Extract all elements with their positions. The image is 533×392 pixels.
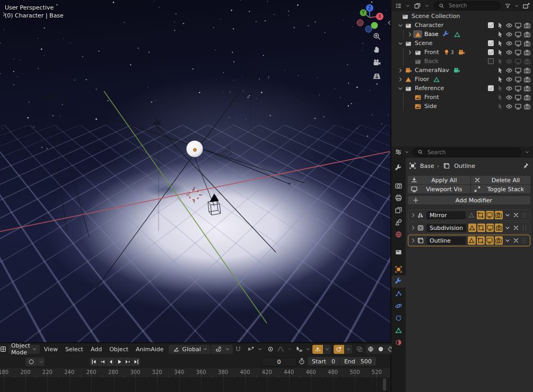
toggle-camera[interactable] (522, 94, 531, 101)
toggle-monitor[interactable] (513, 58, 522, 65)
collection-checkbox[interactable] (486, 40, 495, 46)
toggle-monitor[interactable] (513, 40, 522, 47)
pin-icon[interactable] (521, 162, 530, 171)
outliner-row-reference[interactable]: Reference (391, 84, 533, 93)
sphere-object[interactable] (187, 141, 203, 157)
toggle-select[interactable] (495, 85, 504, 92)
toggle-camera[interactable] (522, 22, 531, 29)
modifier-extras-dropdown[interactable] (504, 237, 511, 244)
frame-start-field[interactable]: Start 0 (308, 357, 339, 366)
gizmo-neg-x-axis[interactable] (357, 20, 363, 26)
menu-view[interactable]: View (40, 345, 62, 354)
toggle-on-cage[interactable] (477, 224, 485, 232)
expander-closed[interactable] (397, 76, 404, 83)
modifier-delete-button[interactable] (512, 224, 520, 231)
new-collection-icon[interactable] (521, 1, 531, 10)
menu-object[interactable]: Object (106, 345, 132, 354)
expander-closed[interactable] (406, 31, 413, 38)
navigation-gizmo[interactable]: Z Y X (353, 2, 387, 33)
toggle-eye[interactable] (504, 103, 513, 110)
toggle-edit-mode[interactable] (468, 224, 476, 232)
show-gizmo-toggle[interactable] (312, 345, 323, 354)
timeline-tracks[interactable] (0, 377, 390, 392)
toggle-eye[interactable] (504, 58, 513, 65)
mode-dropdown[interactable]: Object Mode (8, 345, 40, 354)
nav-camera-view-button[interactable] (372, 58, 381, 67)
toggle-select[interactable] (495, 49, 504, 56)
collection-checkbox[interactable] (486, 85, 495, 91)
outliner-editor-type-icon[interactable] (394, 1, 403, 10)
toolbar-expand-icon[interactable] (1, 11, 8, 18)
modifier-name-field[interactable]: Subdivision (426, 224, 466, 232)
properties-tab-physics[interactable] (391, 300, 406, 312)
gizmo-dropdown[interactable] (324, 345, 331, 354)
toggle-render[interactable] (495, 211, 503, 219)
toggle-camera[interactable] (522, 58, 531, 65)
properties-tab-render[interactable] (391, 180, 406, 192)
toggle-select[interactable] (495, 40, 504, 47)
toggle-monitor[interactable] (513, 76, 522, 83)
shading-wireframe-button[interactable] (366, 345, 376, 354)
toggle-camera[interactable] (522, 85, 531, 92)
outliner-row-front[interactable]: Front3 (391, 48, 533, 57)
toggle-render[interactable] (495, 224, 503, 232)
outliner-row-cameranav[interactable]: CameraNav (391, 66, 533, 75)
display-mode-icon[interactable] (413, 1, 422, 10)
toggle-edit-mode[interactable] (468, 211, 476, 219)
frame-end-field[interactable]: End 500 (340, 357, 376, 366)
properties-editor-type-icon[interactable] (394, 148, 403, 157)
snap-magnet-icon[interactable] (233, 345, 243, 354)
toggle-on-cage[interactable] (477, 236, 485, 245)
orientation-dropdown[interactable]: Global (169, 345, 211, 354)
drag-handle-icon[interactable] (521, 224, 528, 231)
modifier-row-subdivision[interactable]: Subdivision (408, 222, 530, 234)
toggle-select[interactable] (495, 58, 504, 65)
modifier-delete-button[interactable] (512, 237, 520, 244)
editor-type-icon[interactable] (0, 345, 8, 354)
snap-dropdown[interactable] (243, 345, 265, 354)
properties-tab-object[interactable] (391, 263, 406, 275)
next-keyframe-button[interactable] (124, 358, 132, 366)
toggle-camera[interactable] (522, 67, 531, 74)
toggle-camera[interactable] (522, 40, 531, 47)
properties-tab-constraints[interactable] (391, 312, 406, 324)
jump-end-button[interactable] (132, 358, 140, 366)
shading-solid-button[interactable] (376, 345, 386, 354)
expander-closed[interactable] (410, 224, 416, 231)
stopwatch-icon[interactable] (298, 357, 306, 366)
breadcrumb-modifier[interactable]: Outline (454, 163, 475, 170)
toggle-monitor[interactable] (513, 31, 522, 38)
modifier-extras-dropdown[interactable] (504, 211, 511, 219)
toggle-camera[interactable] (522, 49, 531, 56)
properties-search-input[interactable] (426, 149, 518, 156)
expander-open[interactable] (397, 85, 404, 92)
viewport-3d[interactable]: User Perspective (0) Character | Base Z … (0, 0, 390, 342)
gizmo-neg-z-axis[interactable] (365, 26, 372, 32)
toggle-edit-mode[interactable] (468, 236, 476, 245)
prev-keyframe-button[interactable] (98, 358, 106, 366)
collection-checkbox[interactable] (486, 58, 495, 64)
outliner-row-scene[interactable]: Scene (391, 39, 533, 48)
expander-open[interactable] (397, 22, 404, 29)
filter-icon[interactable] (504, 1, 512, 10)
outliner-search-input[interactable] (448, 2, 497, 9)
toggle-eye[interactable] (504, 85, 513, 92)
drag-handle-icon[interactable] (521, 211, 528, 219)
modifier-row-outline[interactable]: Outline (408, 235, 530, 246)
properties-tab-tool[interactable] (391, 162, 406, 174)
toggle-camera[interactable] (522, 76, 531, 83)
toggle-select[interactable] (495, 94, 504, 101)
breadcrumb-object[interactable]: Base (420, 163, 434, 170)
collection-checkbox[interactable] (486, 49, 495, 55)
expander-closed[interactable] (406, 49, 413, 56)
sidebar-collapse-icon[interactable] (386, 19, 390, 26)
outliner-row-front[interactable]: Front (391, 93, 533, 102)
toggle-viewport[interactable] (486, 211, 494, 219)
toggle-render[interactable] (495, 236, 503, 245)
properties-search[interactable] (413, 148, 521, 157)
drag-handle-icon[interactable] (521, 237, 528, 244)
toggle-eye[interactable] (504, 31, 513, 38)
toggle-eye[interactable] (504, 67, 513, 74)
toggle-select[interactable] (495, 22, 504, 29)
gizmo-neg-y-axis[interactable] (371, 22, 378, 29)
